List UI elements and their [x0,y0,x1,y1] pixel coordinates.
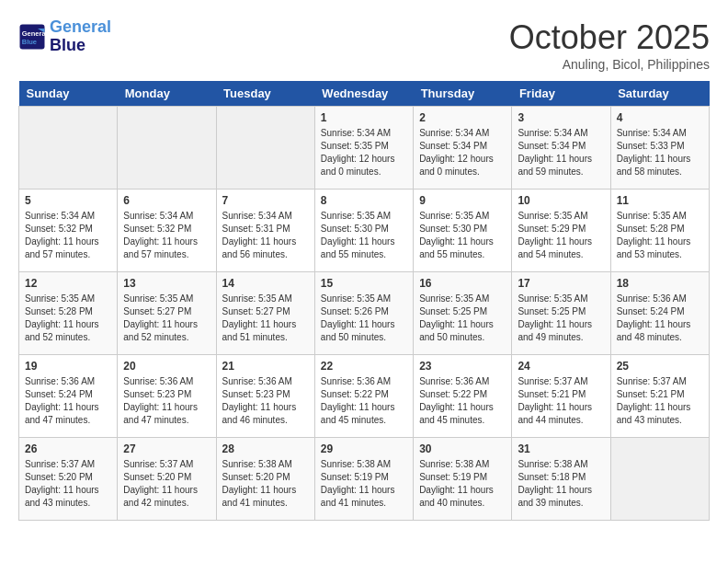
day-info: Sunrise: 5:36 AMSunset: 5:24 PMDaylight:… [25,375,111,427]
day-info: Sunrise: 5:36 AMSunset: 5:23 PMDaylight:… [222,375,309,427]
svg-text:Blue: Blue [22,37,37,45]
day-number: 6 [123,194,210,207]
calendar-cell [19,107,118,190]
header-cell-monday: Monday [118,81,216,107]
day-info: Sunrise: 5:35 AMSunset: 5:28 PMDaylight:… [25,293,111,344]
calendar-cell: 30 Sunrise: 5:38 AMSunset: 5:19 PMDaylig… [414,438,512,521]
week-row-2: 5 Sunrise: 5:34 AMSunset: 5:32 PMDayligh… [19,190,710,272]
day-number: 5 [25,194,111,207]
logo-name: GeneralBlue [50,18,111,55]
header-cell-wednesday: Wednesday [314,81,413,107]
calendar-cell: 27 Sunrise: 5:37 AMSunset: 5:20 PMDaylig… [118,438,216,521]
calendar-cell: 17 Sunrise: 5:35 AMSunset: 5:25 PMDaylig… [512,272,610,355]
header-cell-tuesday: Tuesday [216,81,314,107]
month-title: October 2025 [509,18,710,57]
day-info: Sunrise: 5:38 AMSunset: 5:19 PMDaylight:… [419,458,506,510]
day-info: Sunrise: 5:38 AMSunset: 5:19 PMDaylight:… [321,458,407,510]
calendar-cell: 1 Sunrise: 5:34 AMSunset: 5:35 PMDayligh… [314,107,413,190]
day-info: Sunrise: 5:38 AMSunset: 5:20 PMDaylight:… [222,458,309,510]
calendar-cell: 22 Sunrise: 5:36 AMSunset: 5:22 PMDaylig… [314,355,413,438]
day-info: Sunrise: 5:35 AMSunset: 5:27 PMDaylight:… [222,293,309,344]
day-number: 21 [222,360,309,373]
day-info: Sunrise: 5:34 AMSunset: 5:33 PMDaylight:… [617,127,703,178]
day-info: Sunrise: 5:35 AMSunset: 5:27 PMDaylight:… [123,293,210,344]
calendar-cell: 7 Sunrise: 5:34 AMSunset: 5:31 PMDayligh… [216,190,314,272]
logo-icon: General Blue [18,23,46,51]
day-number: 19 [25,360,111,373]
calendar-cell: 11 Sunrise: 5:35 AMSunset: 5:28 PMDaylig… [610,190,709,272]
day-number: 16 [419,277,506,290]
day-number: 13 [123,277,210,290]
calendar-cell: 3 Sunrise: 5:34 AMSunset: 5:34 PMDayligh… [512,107,610,190]
title-block: October 2025 Anuling, Bicol, Philippines [509,18,710,72]
day-info: Sunrise: 5:34 AMSunset: 5:32 PMDaylight:… [123,210,210,261]
calendar-cell [216,107,314,190]
calendar-cell: 26 Sunrise: 5:37 AMSunset: 5:20 PMDaylig… [19,438,118,521]
day-info: Sunrise: 5:37 AMSunset: 5:20 PMDaylight:… [25,458,111,510]
week-row-5: 26 Sunrise: 5:37 AMSunset: 5:20 PMDaylig… [19,438,710,521]
calendar-table: SundayMondayTuesdayWednesdayThursdayFrid… [18,81,710,521]
day-number: 23 [419,360,506,373]
day-info: Sunrise: 5:36 AMSunset: 5:24 PMDaylight:… [617,293,703,344]
location: Anuling, Bicol, Philippines [509,57,710,72]
day-info: Sunrise: 5:36 AMSunset: 5:22 PMDaylight:… [321,375,407,427]
calendar-cell: 25 Sunrise: 5:37 AMSunset: 5:21 PMDaylig… [610,355,709,438]
calendar-cell: 13 Sunrise: 5:35 AMSunset: 5:27 PMDaylig… [118,272,216,355]
calendar-cell: 16 Sunrise: 5:35 AMSunset: 5:25 PMDaylig… [414,272,512,355]
day-info: Sunrise: 5:38 AMSunset: 5:18 PMDaylight:… [518,458,604,510]
day-info: Sunrise: 5:36 AMSunset: 5:23 PMDaylight:… [123,375,210,427]
calendar-cell: 8 Sunrise: 5:35 AMSunset: 5:30 PMDayligh… [314,190,413,272]
calendar-cell: 23 Sunrise: 5:36 AMSunset: 5:22 PMDaylig… [414,355,512,438]
day-info: Sunrise: 5:35 AMSunset: 5:29 PMDaylight:… [518,210,604,261]
calendar-cell: 14 Sunrise: 5:35 AMSunset: 5:27 PMDaylig… [216,272,314,355]
day-number: 2 [419,111,506,124]
calendar-cell [118,107,216,190]
day-info: Sunrise: 5:35 AMSunset: 5:28 PMDaylight:… [617,210,703,261]
day-number: 28 [222,442,309,455]
calendar-cell: 21 Sunrise: 5:36 AMSunset: 5:23 PMDaylig… [216,355,314,438]
week-row-4: 19 Sunrise: 5:36 AMSunset: 5:24 PMDaylig… [19,355,710,438]
calendar-cell: 4 Sunrise: 5:34 AMSunset: 5:33 PMDayligh… [610,107,709,190]
day-info: Sunrise: 5:35 AMSunset: 5:30 PMDaylight:… [321,210,407,261]
day-number: 1 [321,111,407,124]
day-number: 4 [617,111,703,124]
day-number: 26 [25,442,111,455]
logo: General Blue GeneralBlue [18,18,111,55]
day-number: 3 [518,111,604,124]
day-number: 22 [321,360,407,373]
page-header: General Blue GeneralBlue October 2025 An… [18,18,710,72]
day-number: 14 [222,277,309,290]
calendar-cell: 5 Sunrise: 5:34 AMSunset: 5:32 PMDayligh… [19,190,118,272]
calendar-cell: 19 Sunrise: 5:36 AMSunset: 5:24 PMDaylig… [19,355,118,438]
calendar-cell [610,438,709,521]
day-info: Sunrise: 5:35 AMSunset: 5:25 PMDaylight:… [518,293,604,344]
day-info: Sunrise: 5:34 AMSunset: 5:34 PMDaylight:… [518,127,604,178]
calendar-cell: 9 Sunrise: 5:35 AMSunset: 5:30 PMDayligh… [414,190,512,272]
day-info: Sunrise: 5:35 AMSunset: 5:25 PMDaylight:… [419,293,506,344]
calendar-cell: 15 Sunrise: 5:35 AMSunset: 5:26 PMDaylig… [314,272,413,355]
day-info: Sunrise: 5:34 AMSunset: 5:35 PMDaylight:… [321,127,407,178]
header-cell-friday: Friday [512,81,610,107]
header-cell-thursday: Thursday [414,81,512,107]
day-number: 10 [518,194,604,207]
calendar-cell: 12 Sunrise: 5:35 AMSunset: 5:28 PMDaylig… [19,272,118,355]
header-cell-sunday: Sunday [19,81,118,107]
day-number: 31 [518,442,604,455]
calendar-cell: 24 Sunrise: 5:37 AMSunset: 5:21 PMDaylig… [512,355,610,438]
day-info: Sunrise: 5:34 AMSunset: 5:34 PMDaylight:… [419,127,506,178]
day-number: 18 [617,277,703,290]
calendar-body: 1 Sunrise: 5:34 AMSunset: 5:35 PMDayligh… [19,107,710,521]
day-number: 30 [419,442,506,455]
day-info: Sunrise: 5:36 AMSunset: 5:22 PMDaylight:… [419,375,506,427]
day-info: Sunrise: 5:37 AMSunset: 5:20 PMDaylight:… [123,458,210,510]
day-number: 11 [617,194,703,207]
calendar-cell: 10 Sunrise: 5:35 AMSunset: 5:29 PMDaylig… [512,190,610,272]
day-number: 17 [518,277,604,290]
calendar-cell: 2 Sunrise: 5:34 AMSunset: 5:34 PMDayligh… [414,107,512,190]
week-row-3: 12 Sunrise: 5:35 AMSunset: 5:28 PMDaylig… [19,272,710,355]
week-row-1: 1 Sunrise: 5:34 AMSunset: 5:35 PMDayligh… [19,107,710,190]
day-info: Sunrise: 5:34 AMSunset: 5:32 PMDaylight:… [25,210,111,261]
day-info: Sunrise: 5:35 AMSunset: 5:30 PMDaylight:… [419,210,506,261]
day-number: 8 [321,194,407,207]
calendar-header: SundayMondayTuesdayWednesdayThursdayFrid… [19,81,710,107]
